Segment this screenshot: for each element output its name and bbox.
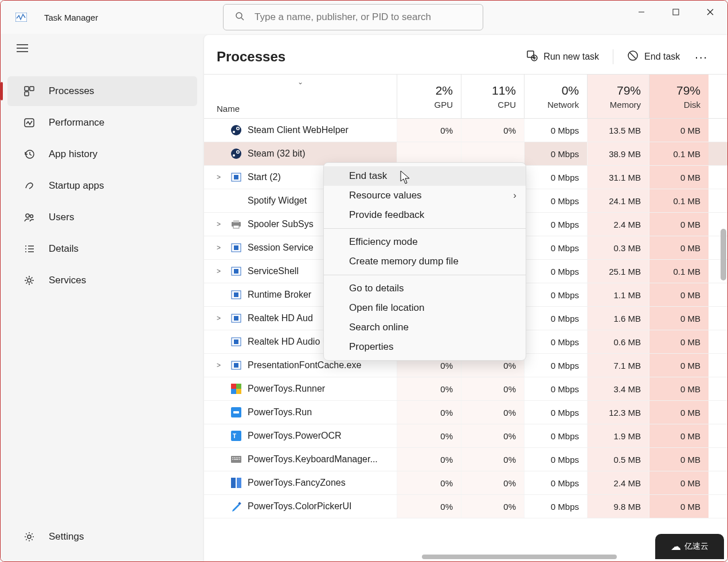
gpu-cell: 0%	[397, 495, 461, 518]
vertical-scrollbar[interactable]	[721, 229, 726, 280]
net-cell: 0 Mbps	[524, 401, 587, 424]
nav-services[interactable]: Services	[7, 266, 197, 295]
horizontal-scrollbar[interactable]	[422, 555, 617, 559]
table-row[interactable]: PowerToys.FancyZones0%0%0 Mbps2.4 MB0 MB	[204, 471, 727, 495]
app-icon	[14, 10, 28, 24]
svg-rect-59	[236, 389, 241, 394]
table-row[interactable]: TPowerToys.PowerOCR0%0%0 Mbps1.9 MB0 MB	[204, 424, 727, 448]
mem-cell: 2.4 MB	[587, 471, 649, 494]
process-name: ServiceShell	[248, 266, 299, 276]
expand-icon[interactable]: >	[217, 361, 225, 369]
disk-label: Disk	[684, 100, 700, 110]
nav-app-history[interactable]: App history	[7, 139, 197, 169]
app-title: Task Manager	[44, 13, 98, 22]
gear-icon	[22, 530, 36, 544]
maximize-button[interactable]	[659, 1, 693, 24]
process-icon	[230, 289, 242, 300]
column-gpu[interactable]: 2% GPU	[397, 75, 461, 118]
disk-cell: 0 MB	[649, 307, 709, 330]
mem-cell: 3.4 MB	[587, 377, 649, 400]
context-menu-item[interactable]: Resource values›	[324, 186, 526, 205]
context-menu-item[interactable]: Provide feedback	[324, 205, 526, 225]
mem-cell: 0.5 MB	[587, 448, 649, 471]
nav-label: Processes	[49, 85, 94, 97]
cloud-icon: ☁	[671, 540, 681, 553]
process-name: Session Service	[248, 243, 314, 253]
watermark: ☁ 亿速云	[655, 534, 724, 559]
disk-cell: 0 MB	[649, 330, 709, 353]
column-network[interactable]: 0% Network	[524, 75, 587, 118]
svg-rect-51	[234, 316, 238, 321]
expand-icon[interactable]: >	[217, 220, 225, 228]
close-button[interactable]	[693, 1, 727, 24]
main-header: Processes Run new task End task ···	[204, 35, 727, 74]
table-row[interactable]: PowerToys.ColorPickerUI0%0%0 Mbps9.8 MB0…	[204, 495, 727, 518]
column-cpu[interactable]: 11% CPU	[461, 75, 524, 118]
process-name-cell: PowerToys.Run	[204, 407, 397, 418]
run-new-task-button[interactable]: Run new task	[518, 45, 607, 68]
search-bar[interactable]	[223, 4, 483, 30]
context-menu-item[interactable]: Go to details	[324, 279, 526, 298]
expand-icon[interactable]: >	[217, 267, 225, 275]
nav-label: Performance	[49, 117, 104, 128]
more-button[interactable]: ···	[688, 46, 715, 68]
cpu-cell: 0%	[461, 495, 524, 518]
nav-details[interactable]: Details	[7, 234, 197, 264]
details-icon	[22, 242, 36, 256]
svg-line-30	[630, 53, 636, 58]
process-name: Steam Client WebHelper	[248, 125, 349, 135]
end-task-button[interactable]: End task	[619, 45, 688, 68]
cpu-cell: 0%	[461, 448, 524, 471]
mem-pct: 79%	[617, 84, 641, 97]
gpu-cell: 0%	[397, 424, 461, 447]
nav-startup-apps[interactable]: Startup apps	[7, 171, 197, 201]
table-row[interactable]: PowerToys.KeyboardManager...0%0%0 Mbps0.…	[204, 448, 727, 471]
table-header: ⌄ Name 2% GPU 11% CPU 0% Network 79% Mem…	[204, 74, 727, 119]
context-menu-item[interactable]: End task	[324, 166, 526, 186]
expand-icon[interactable]: >	[217, 244, 225, 252]
mem-cell: 38.9 MB	[587, 142, 649, 165]
net-cell: 0 Mbps	[524, 166, 587, 189]
search-input[interactable]	[255, 11, 471, 23]
net-cell: 0 Mbps	[524, 448, 587, 471]
expand-icon[interactable]: >	[217, 173, 225, 181]
nav-processes[interactable]: Processes	[7, 76, 197, 106]
nav-performance[interactable]: Performance	[7, 108, 197, 138]
svg-point-37	[237, 151, 239, 153]
process-name: PowerToys.KeyboardManager...	[248, 454, 378, 465]
svg-point-33	[237, 128, 239, 130]
net-pct: 0%	[562, 84, 579, 97]
nav-users[interactable]: Users	[7, 202, 197, 232]
context-menu-item[interactable]: Open file location	[324, 298, 526, 318]
divider	[613, 49, 613, 64]
table-row[interactable]: Steam Client WebHelper0%0%0 Mbps13.5 MB0…	[204, 119, 727, 142]
svg-point-19	[25, 248, 26, 249]
process-name: PowerToys.Runner	[248, 384, 325, 394]
column-disk[interactable]: 79% Disk	[649, 75, 709, 118]
process-name: Spotify Widget	[248, 196, 307, 206]
mem-cell: 7.1 MB	[587, 354, 649, 377]
disk-cell: 0 MB	[649, 401, 709, 424]
sort-indicator-icon: ⌄	[298, 78, 303, 86]
minimize-button[interactable]	[624, 1, 659, 24]
svg-rect-55	[234, 363, 238, 368]
svg-point-21	[25, 251, 26, 252]
column-memory[interactable]: 79% Memory	[587, 75, 649, 118]
context-menu-item[interactable]: Search online	[324, 318, 526, 337]
svg-rect-11	[30, 87, 34, 91]
expand-icon[interactable]: >	[217, 314, 225, 322]
hamburger-button[interactable]	[1, 34, 204, 65]
process-icon	[230, 171, 242, 183]
table-row[interactable]: PowerToys.Runner0%0%0 Mbps3.4 MB0 MB	[204, 377, 727, 401]
column-name[interactable]: ⌄ Name	[204, 75, 397, 118]
svg-rect-40	[234, 175, 238, 179]
context-menu-item[interactable]: Create memory dump file	[324, 252, 526, 271]
context-menu-item[interactable]: Efficiency mode	[324, 232, 526, 252]
process-icon	[230, 148, 242, 159]
context-menu-item[interactable]: Properties	[324, 337, 526, 357]
table-row[interactable]: PowerToys.Run0%0%0 Mbps12.3 MB0 MB	[204, 401, 727, 424]
svg-point-24	[28, 535, 31, 538]
disk-cell: 0 MB	[649, 448, 709, 471]
nav-settings[interactable]: Settings	[7, 522, 197, 552]
net-cell: 0 Mbps	[524, 142, 587, 165]
